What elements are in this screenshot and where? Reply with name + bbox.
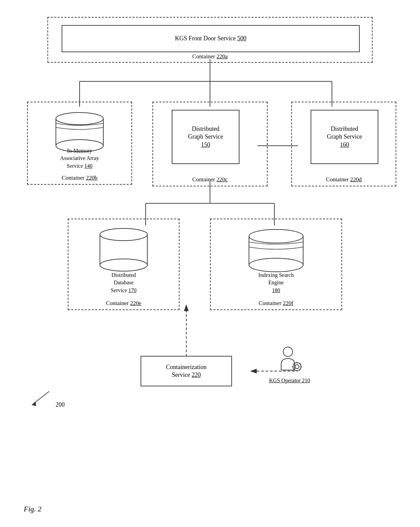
figure-label: Fig. 2 xyxy=(24,505,42,513)
svg-point-18 xyxy=(56,113,103,125)
search-engine-label: Indexing SearchEngine180 xyxy=(242,271,310,294)
database-label: DistributedDatabaseService 170 xyxy=(90,271,158,294)
reference-200-label: 200 xyxy=(56,401,65,408)
svg-point-21 xyxy=(100,228,147,241)
graph-150-box: DistributedGraph Service150 xyxy=(172,110,239,164)
in-memory-label: In-MemoryAssociative ArrayService 140 xyxy=(47,147,112,170)
container-220c-label: Container 220c xyxy=(192,176,228,183)
graph-160-box: DistributedGraph Service160 xyxy=(311,110,378,164)
svg-point-25 xyxy=(283,347,293,357)
svg-point-20 xyxy=(100,259,147,271)
svg-point-27 xyxy=(295,365,299,369)
containerization-service-box: ContainerizationService 220 xyxy=(141,356,232,386)
container-220b: In-MemoryAssociative ArrayService 140 Co… xyxy=(27,102,132,185)
container-220a: KGS Front Door Service 500 Container 220… xyxy=(47,17,373,63)
container-220d-label: Container 220d xyxy=(326,176,361,183)
kgs-front-door-label: KGS Front Door Service 500 xyxy=(175,35,247,42)
containerization-label: ContainerizationService 220 xyxy=(166,363,207,379)
kgs-operator-label: KGS Operator 210 xyxy=(269,378,310,384)
svg-point-24 xyxy=(249,229,303,243)
container-220a-label: Container 220a xyxy=(192,53,228,60)
svg-marker-37 xyxy=(31,402,36,406)
container-220b-label: Container 220b xyxy=(62,175,97,181)
graph-150-label: DistributedGraph Service150 xyxy=(188,125,223,149)
graph-160-label: DistributedGraph Service160 xyxy=(327,125,362,149)
kgs-operator: KGS Operator 210 xyxy=(264,346,315,390)
container-220f: Indexing SearchEngine180 Container 220f xyxy=(210,219,342,310)
container-220c: DistributedGraph Service150 Container 22… xyxy=(152,102,268,186)
container-220e: DistributedDatabaseService 170 Container… xyxy=(68,219,180,310)
kgs-front-door-box: KGS Front Door Service 500 xyxy=(62,25,360,52)
container-220e-label: Container 220e xyxy=(106,300,141,307)
container-220d: DistributedGraph Service160 Container 22… xyxy=(291,102,396,186)
svg-point-23 xyxy=(249,258,303,272)
svg-line-36 xyxy=(34,391,49,403)
diagram: KGS Front Door Service 500 Container 220… xyxy=(20,10,406,500)
container-220f-label: Container 220f xyxy=(259,300,293,307)
reference-200-group: 200 xyxy=(25,390,65,408)
